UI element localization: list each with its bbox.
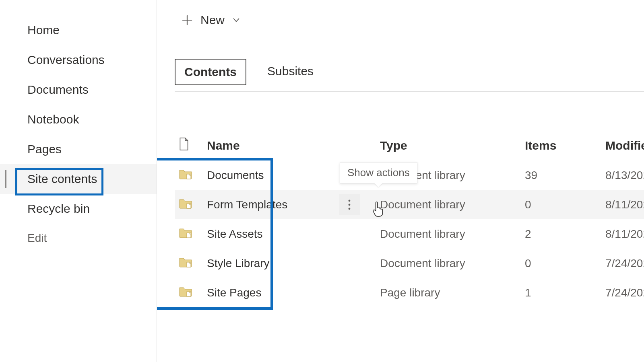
folder-library-icon [179,226,192,239]
row-name[interactable]: Site Pages [203,278,376,307]
tooltip-label: Show actions [347,167,410,179]
svg-rect-1 [187,204,191,208]
sidebar-item-label: Notebook [27,113,79,126]
sidebar-edit-link[interactable]: Edit [0,224,157,253]
row-icon-cell [175,219,203,249]
sidebar-item-recycle-bin[interactable]: Recycle bin [0,194,157,224]
tab-contents[interactable]: Contents [175,59,246,85]
table-row[interactable]: Form TemplatesDocument library08/11/2021… [175,190,644,219]
more-actions-button[interactable] [339,194,360,215]
document-icon [179,138,189,150]
row-items: 1 [521,278,601,307]
sidebar-item-label: Pages [27,142,62,156]
row-modified: 7/24/2021 10: [601,278,644,307]
row-items: 39 [521,160,601,190]
header-name[interactable]: Name [203,130,376,160]
svg-rect-7 [187,292,191,296]
sidebar-item-documents[interactable]: Documents [0,75,157,105]
row-type: Page library [376,278,521,307]
contents-table-wrap: Name Type Items Modified DocumentsDocume… [157,92,644,307]
sidebar-item-label: Home [27,23,60,37]
row-type: Document library [376,219,521,249]
chevron-down-icon [232,16,241,25]
row-icon-cell [175,160,203,190]
header-icon[interactable] [175,130,203,160]
table-header-row: Name Type Items Modified [175,130,644,160]
folder-library-icon [179,197,192,209]
sidebar-item-label: Documents [27,83,89,96]
sidebar-item-site-contents[interactable]: Site contents Site contents [0,164,157,194]
svg-rect-5 [187,233,191,238]
new-button-label: New [200,13,225,27]
sidebar-item-conversations[interactable]: Conversations [0,45,157,75]
new-button[interactable]: New [175,9,247,31]
row-icon-cell [175,190,203,219]
table-row[interactable]: Style LibraryDocument library07/24/2021 … [175,249,644,278]
tabs: Contents Subsites [157,40,644,85]
sidebar-item-label: Recycle bin [27,202,90,215]
folder-library-icon [179,256,192,268]
row-name[interactable]: Site Assets [203,219,376,249]
contents-table: Name Type Items Modified DocumentsDocume… [175,130,644,307]
row-type: Document library [376,190,521,219]
command-bar: New [157,0,644,40]
table-row[interactable]: Site AssetsDocument library28/11/2021 4:… [175,219,644,249]
tab-label: Contents [184,65,237,78]
header-type[interactable]: Type [376,130,521,160]
row-modified: 7/24/2021 10: [601,249,644,278]
row-items: 0 [521,249,601,278]
header-modified[interactable]: Modified [601,130,644,160]
plus-icon [181,14,193,26]
sidebar-item-home[interactable]: Home [0,15,157,45]
row-items: 0 [521,190,601,219]
row-modified: 8/13/2021 10:4 [601,160,644,190]
row-icon-cell [175,249,203,278]
svg-rect-6 [187,262,191,267]
table-row[interactable]: Site PagesPage library17/24/2021 10: [175,278,644,307]
sidebar: Home Conversations Documents Notebook Pa… [0,0,157,362]
sidebar-item-label: Conversations [27,53,105,66]
row-modified: 8/11/2021 4:4 [601,219,644,249]
svg-point-4 [349,208,351,210]
svg-point-3 [349,204,351,206]
tooltip-arrow [374,183,382,187]
row-name[interactable]: Form Templates [203,190,376,219]
tab-subsites[interactable]: Subsites [258,59,322,84]
row-type: Document library [376,249,521,278]
row-name[interactable]: Style Library [203,249,376,278]
svg-rect-0 [187,174,191,179]
row-modified: 8/11/2021 4:4 [601,190,644,219]
sidebar-item-pages[interactable]: Pages [0,134,157,164]
folder-library-icon [179,285,192,297]
sidebar-item-notebook[interactable]: Notebook [0,105,157,134]
show-actions-tooltip: Show actions [340,162,417,183]
header-items[interactable]: Items [521,130,601,160]
svg-point-2 [349,200,351,202]
main: New Contents Subsites [157,0,644,362]
tab-label: Subsites [267,64,314,78]
sidebar-edit-label: Edit [27,232,47,244]
folder-library-icon [179,168,192,180]
row-items: 2 [521,219,601,249]
row-icon-cell [175,278,203,307]
sidebar-item-label: Site contents [27,172,97,185]
